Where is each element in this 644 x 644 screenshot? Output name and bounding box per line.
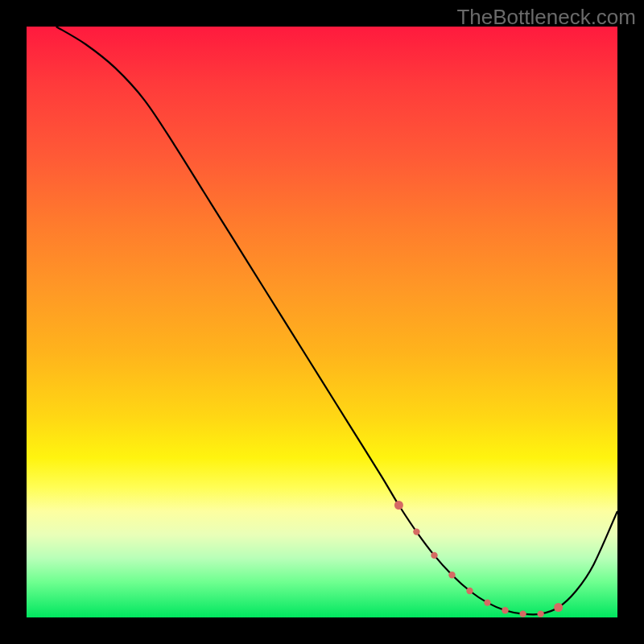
chart-marker-point <box>502 607 508 613</box>
chart-marker-point <box>484 599 490 605</box>
chart-markers <box>394 501 563 617</box>
chart-frame: TheBottleneck.com <box>0 0 644 644</box>
chart-marker-point <box>394 501 403 510</box>
chart-marker-point <box>448 572 455 578</box>
chart-marker-point <box>537 610 543 617</box>
watermark-label: TheBottleneck.com <box>456 5 636 30</box>
chart-marker-point <box>431 552 437 559</box>
chart-marker-point <box>554 603 563 612</box>
chart-curve <box>56 27 617 614</box>
chart-marker-point <box>519 610 526 617</box>
chart-svg <box>27 27 617 617</box>
chart-marker-point <box>466 588 473 594</box>
chart-marker-point <box>413 528 419 535</box>
chart-plot-area <box>27 27 617 617</box>
